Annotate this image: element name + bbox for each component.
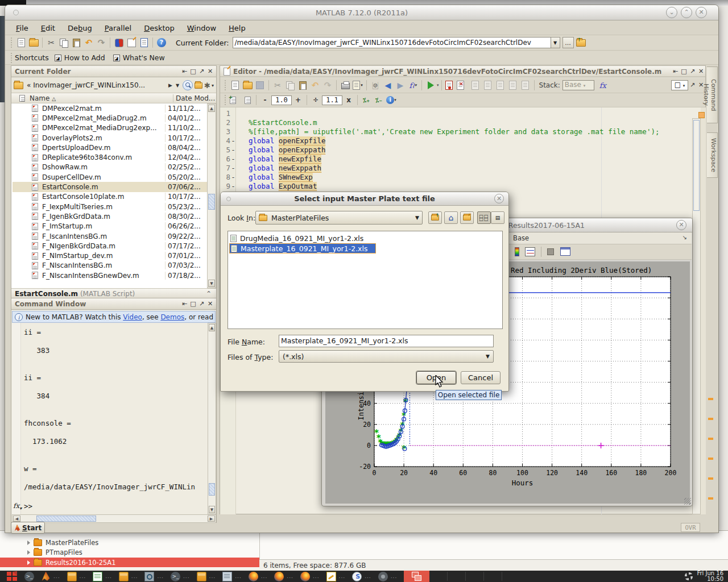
list-view-button[interactable]: ▤ xyxy=(491,211,504,224)
file-row[interactable]: F_NIscanIntensBG.m07/03/2... xyxy=(13,261,207,271)
scrollbar-thumb[interactable] xyxy=(208,194,215,210)
open-file-icon[interactable] xyxy=(27,36,40,49)
current-folder-path-input[interactable]: /media/data/EASY/InovImager_jwrCF_WINLin… xyxy=(233,37,551,48)
gear-icon[interactable]: ✱ xyxy=(204,81,210,90)
file-row[interactable]: DshowRaw.m02/25/2... xyxy=(13,163,207,172)
continue-icon[interactable] xyxy=(507,79,519,92)
open-file-icon[interactable] xyxy=(241,79,254,92)
step-out-icon[interactable] xyxy=(494,79,507,92)
shortcut-whats-new[interactable]: What's New xyxy=(123,53,165,62)
menu-help[interactable]: Help xyxy=(222,24,252,32)
menu-window[interactable]: Window xyxy=(181,24,222,32)
undo-icon[interactable]: ↶ xyxy=(82,36,95,49)
step-icon[interactable] xyxy=(469,79,482,92)
expand-icon[interactable] xyxy=(27,550,30,555)
code-line[interactable]: 6-global newExpfile xyxy=(220,155,692,164)
paste-icon[interactable] xyxy=(70,36,82,49)
taskbar-item-spinner[interactable]: ... xyxy=(352,572,371,581)
insert-cell-icon[interactable]: + xyxy=(229,94,241,106)
taskbar-item-app-grid[interactable] xyxy=(7,572,18,581)
path-dropdown-icon[interactable]: ▼ xyxy=(551,37,560,48)
editor-vscrollbar[interactable] xyxy=(692,118,701,514)
tab-command-history[interactable]: Command History xyxy=(707,66,718,123)
start-button[interactable]: Start xyxy=(11,522,45,534)
dock-icon[interactable]: ⇤ xyxy=(180,66,189,77)
file-row[interactable]: EstartConsole.m07/06/2... xyxy=(13,182,207,192)
file-row[interactable]: DMPexcel2mat_MediaDrug2.m04/01/2... xyxy=(13,113,207,123)
print-icon[interactable] xyxy=(339,79,351,92)
menu-parallel[interactable]: Parallel xyxy=(98,24,138,32)
menu-edit[interactable]: Edit xyxy=(35,24,61,32)
file-row[interactable]: EstartConsole10plate.m10/17/2... xyxy=(13,192,207,202)
message-bar-status-box[interactable] xyxy=(698,112,705,118)
file-row[interactable]: F_IgenBkGrdData.m08/30/2... xyxy=(13,211,207,221)
taskbar-item-terminal[interactable]: >_... xyxy=(171,572,190,581)
home-button[interactable]: ⌂ xyxy=(444,211,458,224)
scrollbar-thumb[interactable] xyxy=(693,120,700,211)
copy-icon[interactable] xyxy=(57,36,70,49)
set-breakpoint-icon[interactable] xyxy=(444,79,457,92)
scrollbar-thumb[interactable] xyxy=(209,483,215,496)
file-name-input[interactable]: Masterplate_16_0921_MI_yor1-2.xls xyxy=(279,335,494,347)
decrease-indent-icon[interactable]: ⁒₋ xyxy=(373,94,385,106)
paste-icon[interactable] xyxy=(296,79,309,92)
fx-icon[interactable]: fx xyxy=(597,79,609,92)
console-output[interactable]: ii = 383 ii = 384 fhconsole = 173.1062 w… xyxy=(24,328,206,510)
minimize-button[interactable]: ⌄ xyxy=(666,7,677,18)
up-one-level-button[interactable]: ↑ xyxy=(428,211,442,224)
maximize-panel-icon[interactable]: □ xyxy=(680,66,688,77)
exit-debug-icon[interactable] xyxy=(519,79,532,92)
fm-tree-item[interactable]: Results2016-10-25A1 xyxy=(0,558,259,567)
video-link[interactable]: Video xyxy=(123,313,142,321)
file-row[interactable]: DReplicate96to384conv.m12/04/2... xyxy=(13,152,207,162)
new-file-icon[interactable] xyxy=(229,79,241,92)
undock-icon[interactable]: ↗ xyxy=(197,66,206,77)
print-preview-icon[interactable]: ▾ xyxy=(351,79,364,92)
code-line[interactable]: 3%[file,path] = uiputfile('.mat','Create… xyxy=(220,127,692,136)
figure-menu-text[interactable]: Base xyxy=(513,234,529,242)
address-up-folder-icon[interactable] xyxy=(193,80,204,91)
taskbar-item-window-stack[interactable] xyxy=(404,571,429,582)
close-panel-icon[interactable]: ✕ xyxy=(697,66,705,77)
cut-icon[interactable]: ✂ xyxy=(271,79,284,92)
cut-icon[interactable]: ✂ xyxy=(45,36,57,49)
colorbar-icon[interactable] xyxy=(515,247,519,256)
copy-icon[interactable] xyxy=(284,79,296,92)
code-line[interactable]: 1 xyxy=(220,109,692,118)
search-icon[interactable] xyxy=(183,80,193,90)
taskbar-item-terminal[interactable]: >_ xyxy=(24,572,34,581)
menu-file[interactable]: File xyxy=(10,24,35,32)
code-line[interactable]: 2%EstartConsole.m xyxy=(220,118,692,127)
increase-indent-icon[interactable]: ⁒₊ xyxy=(360,94,373,106)
close-panel-icon[interactable]: ✕ xyxy=(206,298,214,310)
code-line[interactable]: 9-global ExpOutmat xyxy=(220,182,692,191)
maximize-panel-icon[interactable]: □ xyxy=(189,298,197,310)
editor-header[interactable]: Editor - /media/data/EASY/InovImager_jwr… xyxy=(220,66,705,77)
demos-link[interactable]: Demos xyxy=(160,313,184,321)
grid-view-button[interactable]: □□□□ xyxy=(477,211,491,224)
scroll-left-icon[interactable]: ◀ xyxy=(13,516,20,522)
link-plot-icon[interactable] xyxy=(560,247,570,256)
expand-icon[interactable] xyxy=(27,541,30,545)
dialog-close-icon[interactable]: ✕ xyxy=(494,194,504,203)
file-row[interactable]: F_NIgenBkGrdData.m07/17/2... xyxy=(13,241,207,251)
file-row[interactable]: F_IexpMultiTseries.m05/23/2... xyxy=(13,202,207,211)
go-forward-icon[interactable]: ▶ xyxy=(394,79,407,92)
redo-icon[interactable]: ↷ xyxy=(95,36,107,49)
dialog-titlebar[interactable]: Select input Master Plate text file ✕ xyxy=(221,192,508,206)
save-icon[interactable] xyxy=(254,79,266,92)
breadcrumb-dropdown-icon[interactable]: ▼ xyxy=(176,83,179,88)
file-row[interactable]: DMPexcel2mat.m11/11/2... xyxy=(13,103,207,113)
file-row[interactable]: DpertsUploadDev.m08/04/2... xyxy=(13,143,207,152)
file-list-scrollbar[interactable]: ▲ ▼ xyxy=(207,103,216,288)
file-row[interactable]: DsuperCellDev.m05/20/2... xyxy=(13,172,207,182)
console-prompt[interactable]: >> xyxy=(24,502,32,510)
taskbar-item-firefox[interactable]: ... xyxy=(274,572,293,581)
editor-layout-combo[interactable]: □ ▾ xyxy=(671,80,688,90)
code-line[interactable]: 4-global openExpfile xyxy=(220,136,692,146)
run-icon[interactable] xyxy=(424,79,437,92)
scroll-up-icon[interactable]: ▲ xyxy=(208,105,215,112)
figure-resize-grip[interactable] xyxy=(684,498,691,505)
dialog-file-item[interactable]: DrugMedia_16_0921_MI_yor1-2.xls xyxy=(229,233,501,243)
publish-info-icon[interactable]: i▾ xyxy=(385,94,398,106)
